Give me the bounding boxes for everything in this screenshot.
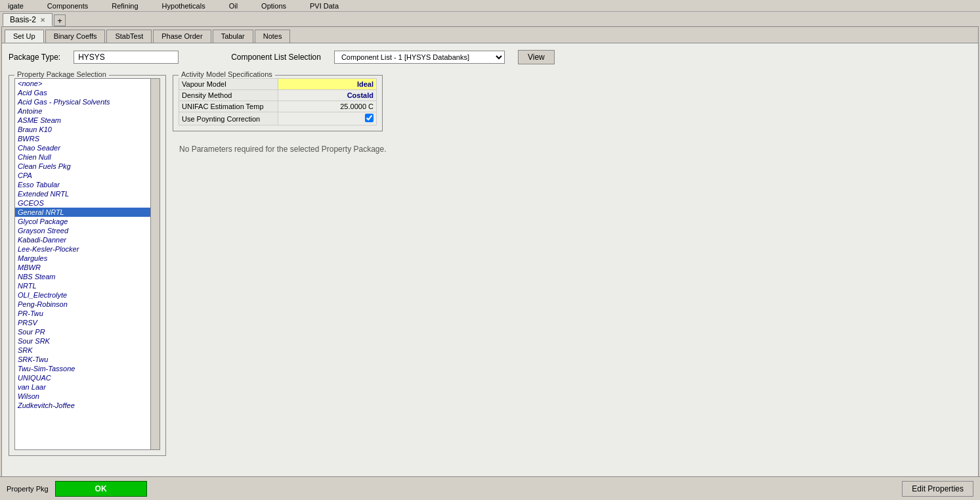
list-item[interactable]: van Laar	[15, 382, 160, 392]
list-item[interactable]: Sour PR	[15, 327, 160, 336]
property-pkg-label: Property Pkg	[7, 485, 49, 493]
no-params-message: No Parameters required for the selected …	[179, 145, 971, 154]
two-column-layout: Property Package Selection <none>Acid Ga…	[9, 70, 971, 493]
tab-phase-order[interactable]: Phase Order	[153, 30, 211, 43]
tab-binary-coeffs[interactable]: Binary Coeffs	[45, 30, 106, 43]
list-item[interactable]: NBS Steam	[15, 272, 160, 281]
list-item[interactable]: ASME Steam	[15, 116, 160, 125]
edit-properties-button[interactable]: Edit Properties	[902, 481, 973, 497]
window-tabs: Basis-2 ✕ +	[0, 12, 980, 26]
ok-button[interactable]: OK	[55, 481, 147, 497]
list-item[interactable]: Acid Gas - Physical Solvents	[15, 97, 160, 106]
content-body: Package Type: Component List Selection C…	[2, 43, 978, 499]
list-item[interactable]: Braun K10	[15, 125, 160, 134]
list-item[interactable]: Margules	[15, 254, 160, 263]
list-item[interactable]: UNIQUAC	[15, 373, 160, 382]
pkg-list: <none>Acid GasAcid Gas - Physical Solven…	[15, 79, 160, 410]
new-tab-button[interactable]: +	[54, 14, 66, 26]
poynting-correction-row: Use Poynting Correction	[179, 112, 377, 125]
nav-oil[interactable]: Oil	[224, 2, 243, 10]
vapour-model-row: Vapour Model Ideal	[179, 79, 377, 90]
poynting-correction-value	[278, 112, 377, 125]
top-nav: igate Components Refining Hypotheticals …	[0, 0, 980, 12]
pkg-list-container[interactable]: <none>Acid GasAcid Gas - Physical Solven…	[14, 78, 160, 450]
bottom-bar: Property Pkg OK Edit Properties	[0, 476, 980, 500]
list-item[interactable]: NRTL	[15, 281, 160, 290]
nav-options[interactable]: Options	[256, 2, 291, 10]
main-content: Set Up Binary Coeffs StabTest Phase Orde…	[1, 26, 979, 500]
list-item[interactable]: GCEOS	[15, 198, 160, 208]
poynting-correction-checkbox[interactable]	[365, 114, 373, 122]
list-item[interactable]: Glycol Package	[15, 217, 160, 226]
list-item[interactable]: <none>	[15, 79, 160, 88]
component-list-select[interactable]: Component List - 1 [HYSYS Databanks]	[334, 51, 505, 64]
property-package-selection: Property Package Selection <none>Acid Ga…	[9, 75, 166, 456]
vapour-model-label: Vapour Model	[179, 79, 278, 90]
list-item[interactable]: Acid Gas	[15, 88, 160, 97]
inner-tabs: Set Up Binary Coeffs StabTest Phase Orde…	[2, 27, 978, 43]
list-item[interactable]: Esso Tabular	[15, 180, 160, 189]
poynting-correction-label: Use Poynting Correction	[179, 112, 278, 125]
list-item[interactable]: Grayson Streed	[15, 226, 160, 235]
package-type-row: Package Type: Component List Selection C…	[9, 50, 971, 64]
list-item[interactable]: Kabadi-Danner	[15, 235, 160, 244]
density-method-label: Density Method	[179, 90, 278, 101]
list-item[interactable]: SRK-Twu	[15, 355, 160, 364]
list-item[interactable]: Wilson	[15, 392, 160, 401]
package-type-label: Package Type:	[9, 53, 60, 62]
right-panel: Activity Model Specifications Vapour Mod…	[173, 70, 971, 493]
activity-table: Vapour Model Ideal Density Method Costal…	[179, 78, 377, 125]
activity-model-specs: Activity Model Specifications Vapour Mod…	[173, 75, 383, 131]
nav-pvi-data[interactable]: PVI Data	[305, 2, 344, 10]
density-method-row: Density Method Costald	[179, 90, 377, 101]
list-item[interactable]: Extended NRTL	[15, 189, 160, 198]
list-item[interactable]: Sour SRK	[15, 336, 160, 346]
list-item[interactable]: Lee-Kesler-Plocker	[15, 244, 160, 254]
vapour-model-value[interactable]: Ideal	[278, 79, 377, 90]
tab-stabtest[interactable]: StabTest	[106, 30, 152, 43]
unifac-temp-value[interactable]: 25.0000 C	[278, 101, 377, 112]
activity-model-title: Activity Model Specifications	[179, 70, 275, 78]
unifac-temp-row: UNIFAC Estimation Temp 25.0000 C	[179, 101, 377, 112]
list-item[interactable]: Chien Null	[15, 152, 160, 162]
list-item[interactable]: OLI_Electrolyte	[15, 290, 160, 300]
list-item[interactable]: SRK	[15, 346, 160, 355]
package-type-input[interactable]	[74, 51, 179, 64]
window-tab-basis2[interactable]: Basis-2 ✕	[3, 13, 53, 26]
component-list-label: Component List Selection	[231, 53, 321, 62]
list-item[interactable]: General NRTL	[15, 208, 160, 217]
property-package-title: Property Package Selection	[14, 70, 109, 78]
tab-tabular[interactable]: Tabular	[213, 30, 253, 43]
list-item[interactable]: Twu-Sim-Tassone	[15, 364, 160, 373]
list-item[interactable]: Clean Fuels Pkg	[15, 162, 160, 171]
list-item[interactable]: PRSV	[15, 318, 160, 327]
window-tab-label: Basis-2	[10, 15, 36, 24]
nav-components[interactable]: Components	[42, 2, 93, 10]
list-item[interactable]: Peng-Robinson	[15, 300, 160, 309]
nav-refining[interactable]: Refining	[106, 2, 143, 10]
list-item[interactable]: Zudkevitch-Joffee	[15, 401, 160, 410]
list-item[interactable]: Chao Seader	[15, 143, 160, 152]
unifac-temp-label: UNIFAC Estimation Temp	[179, 101, 278, 112]
nav-igate[interactable]: igate	[3, 2, 29, 10]
list-item[interactable]: CPA	[15, 171, 160, 180]
density-method-value[interactable]: Costald	[278, 90, 377, 101]
tab-notes[interactable]: Notes	[255, 30, 291, 43]
list-item[interactable]: BWRS	[15, 134, 160, 143]
tab-setup[interactable]: Set Up	[5, 30, 44, 43]
nav-hypotheticals[interactable]: Hypotheticals	[157, 2, 211, 10]
view-button[interactable]: View	[518, 50, 555, 64]
list-item[interactable]: Antoine	[15, 106, 160, 116]
list-item[interactable]: PR-Twu	[15, 309, 160, 318]
close-icon[interactable]: ✕	[40, 16, 45, 24]
list-item[interactable]: MBWR	[15, 263, 160, 272]
bottom-left: Property Pkg OK	[7, 481, 147, 497]
